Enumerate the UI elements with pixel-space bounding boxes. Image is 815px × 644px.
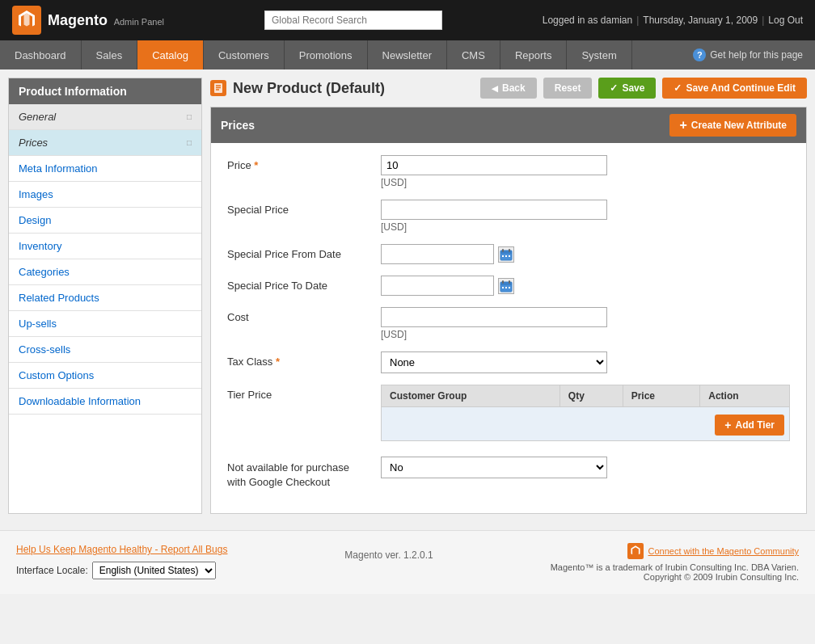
cost-label: Cost <box>227 307 373 323</box>
special-price-field: [USD] <box>381 200 790 233</box>
create-attr-label: Create New Attribute <box>691 120 787 131</box>
nav-customers[interactable]: Customers <box>204 40 285 69</box>
footer: Help Us Keep Magento Healthy - Report Al… <box>0 530 815 594</box>
magento-logo-footer: Connect with the Magento Community <box>551 543 799 559</box>
tier-col-qty: Qty <box>560 385 623 407</box>
help-icon: ? <box>693 48 706 61</box>
tier-empty-row: + Add Tier <box>382 407 790 441</box>
footer-left: Help Us Keep Magento Healthy - Report Al… <box>16 543 227 579</box>
footer-right: Connect with the Magento Community Magen… <box>551 543 799 582</box>
magento-logo-icon <box>12 6 41 35</box>
sidebar-item-design[interactable]: Design <box>9 208 201 234</box>
logo-text-area: Magento Admin Panel <box>48 12 164 29</box>
reset-button[interactable]: Reset <box>543 78 593 99</box>
tier-table-header-row: Customer Group Qty Price Action <box>382 385 790 407</box>
locale-select[interactable]: English (United States) <box>92 562 216 579</box>
reset-label: Reset <box>555 82 581 94</box>
tax-class-label: Tax Class <box>227 351 373 368</box>
prices-form: Price [USD] Special Price [USD] <box>211 143 806 513</box>
tier-col-action: Action <box>700 385 790 407</box>
sidebar-title: Product Information <box>9 78 201 104</box>
panel-title: Prices <box>221 119 255 132</box>
nav-dashboard[interactable]: Dashboard <box>0 40 82 69</box>
save-checkmark-icon: ✓ <box>610 82 618 94</box>
footer-inner: Help Us Keep Magento Healthy - Report Al… <box>16 543 799 582</box>
tier-actions-row: + Add Tier <box>386 415 784 436</box>
sidebar-item-custom-options[interactable]: Custom Options <box>9 363 201 389</box>
cost-input[interactable] <box>381 307 607 327</box>
google-checkout-field: No Yes <box>381 457 790 478</box>
special-price-from-field <box>381 244 790 264</box>
sidebar-categories-label: Categories <box>19 266 70 278</box>
nav-reports[interactable]: Reports <box>500 40 568 69</box>
back-icon: ◀ <box>492 84 498 93</box>
tax-class-select[interactable]: None Taxable Goods Shipping <box>381 351 607 373</box>
sidebar-item-images[interactable]: Images <box>9 182 201 208</box>
back-button[interactable]: ◀ Back <box>480 78 537 99</box>
save-continue-button[interactable]: ✓ Save And Continue Edit <box>662 78 807 99</box>
search-area <box>180 11 526 30</box>
bug-report-link[interactable]: Help Us Keep Magento Healthy - Report Al… <box>16 544 227 555</box>
tier-price-label: Tier Price <box>227 385 373 401</box>
tier-col-customer-group: Customer Group <box>382 385 560 407</box>
special-price-to-row: Special Price To Date <box>227 276 790 296</box>
trademark-text: Magento™ is a trademark of Irubin Consul… <box>551 562 799 572</box>
sidebar-related-label: Related Products <box>19 292 99 304</box>
nav-promotions[interactable]: Promotions <box>285 40 368 69</box>
save-button[interactable]: ✓ Save <box>598 78 656 99</box>
nav-system[interactable]: System <box>567 40 631 69</box>
tier-price-field: Customer Group Qty Price Action <box>381 385 790 445</box>
sidebar: Product Information General □ Prices □ M… <box>8 78 202 514</box>
sidebar-item-upsells[interactable]: Up-sells <box>9 311 201 337</box>
sidebar-item-crosssells[interactable]: Cross-sells <box>9 337 201 363</box>
special-price-from-input[interactable] <box>381 244 494 264</box>
magento-footer-logo-icon <box>627 543 644 559</box>
sidebar-item-general[interactable]: General □ <box>9 104 201 130</box>
calendar-from-icon[interactable] <box>498 246 514 263</box>
nav-catalog[interactable]: Catalog <box>137 40 204 69</box>
sidebar-images-label: Images <box>19 188 53 200</box>
special-price-input[interactable] <box>381 200 607 220</box>
sidebar-item-prices[interactable]: Prices □ <box>9 130 201 156</box>
google-checkout-label: Not available for purchasewith Google Ch… <box>227 457 373 490</box>
price-input[interactable] <box>381 155 607 175</box>
create-new-attribute-button[interactable]: + Create New Attribute <box>669 114 796 137</box>
nav-sales[interactable]: Sales <box>82 40 138 69</box>
special-price-row: Special Price [USD] <box>227 200 790 233</box>
tax-class-field: None Taxable Goods Shipping <box>381 351 790 373</box>
community-link[interactable]: Connect with the Magento Community <box>648 546 799 556</box>
google-checkout-select[interactable]: No Yes <box>381 457 607 478</box>
help-link[interactable]: ? Get help for this page <box>681 40 815 69</box>
cost-row: Cost [USD] <box>227 307 790 340</box>
sidebar-meta-label: Meta Information <box>19 162 98 175</box>
calendar-to-icon[interactable] <box>498 278 514 294</box>
sidebar-item-categories[interactable]: Categories <box>9 259 201 285</box>
calendar-svg-to <box>500 280 513 293</box>
price-row: Price [USD] <box>227 155 790 188</box>
sidebar-item-inventory[interactable]: Inventory <box>9 234 201 259</box>
sidebar-item-downloadable[interactable]: Downloadable Information <box>9 389 201 415</box>
special-price-to-input[interactable] <box>381 276 494 296</box>
sidebar-custom-options-label: Custom Options <box>19 369 94 381</box>
sidebar-crosssells-label: Cross-sells <box>19 343 70 356</box>
save-continue-label: Save And Continue Edit <box>686 82 796 94</box>
special-price-to-field <box>381 276 790 296</box>
nav-cms[interactable]: CMS <box>447 40 500 69</box>
cost-currency: [USD] <box>381 329 790 340</box>
prices-panel: Prices + Create New Attribute Price [USD… <box>210 107 807 514</box>
page-content: Product Information General □ Prices □ M… <box>0 69 815 522</box>
svg-rect-15 <box>509 280 510 284</box>
collapse-icon-general: □ <box>187 112 192 121</box>
logout-link[interactable]: Log Out <box>768 15 803 26</box>
help-text: Get help for this page <box>710 49 803 61</box>
sidebar-item-meta[interactable]: Meta Information <box>9 156 201 182</box>
nav-newsletter[interactable]: Newsletter <box>368 40 447 69</box>
sidebar-item-related[interactable]: Related Products <box>9 285 201 311</box>
tier-col-price: Price <box>623 385 700 407</box>
page-icon <box>210 80 226 96</box>
tax-class-row: Tax Class None Taxable Goods Shipping <box>227 351 790 373</box>
add-tier-button[interactable]: + Add Tier <box>715 415 784 436</box>
global-search-input[interactable] <box>264 11 442 30</box>
special-price-currency: [USD] <box>381 221 790 233</box>
date-to-wrapper <box>381 276 790 296</box>
